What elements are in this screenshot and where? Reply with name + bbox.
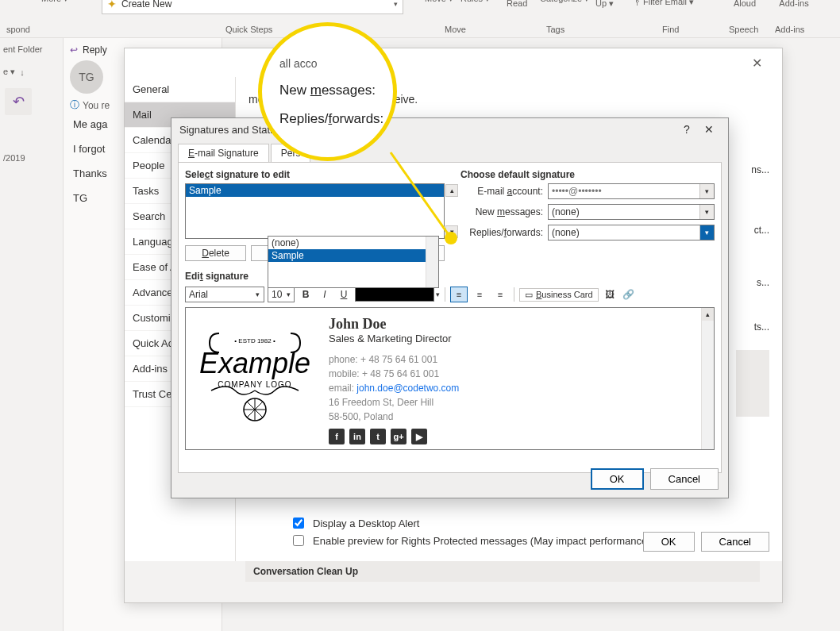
sig-cancel-button[interactable]: Cancel (650, 468, 719, 490)
addr1-line: 16 Freedom St, Deer Hill (329, 395, 459, 410)
tab-email-signature[interactable]: E-mail Signature (178, 144, 269, 162)
picture-button[interactable]: 🖼 (602, 287, 618, 302)
signature-logo: • ESTD 1982 • Example COMPANY LOGO (195, 316, 314, 435)
linkedin-icon[interactable]: in (349, 429, 365, 444)
person-name: John Doe (329, 316, 459, 333)
group-speech: Speech (729, 25, 758, 34)
replies-forwards-combo[interactable]: (none)▾ (548, 225, 715, 240)
categorize-menu[interactable]: Categorize ▾ (540, 0, 589, 4)
reply-label: Reply (83, 44, 107, 56)
down-arrow-icon[interactable]: ↓ (20, 67, 25, 77)
move-menu[interactable]: Move ▾ (425, 0, 453, 4)
size-combo[interactable]: 10▾ (268, 287, 295, 302)
options-ok-button[interactable]: OK (643, 532, 695, 552)
chevron-down-icon[interactable]: ▾ (699, 184, 714, 198)
read-aloud[interactable]: Aloud (727, 0, 762, 8)
group-move: Move (445, 25, 466, 34)
rules-menu[interactable]: Rules ▾ (460, 0, 490, 4)
sig-footer: OK Cancel (591, 468, 719, 490)
business-card-button[interactable]: ▭Business Card (519, 288, 599, 302)
new-messages-label: New messages: (460, 206, 548, 217)
chevron-down-icon[interactable]: ▾ (699, 205, 714, 219)
ew-label[interactable]: e ▾ (3, 67, 15, 77)
align-center-button[interactable]: ≡ (471, 287, 488, 302)
bold-button[interactable]: B (298, 287, 314, 302)
signature-editor[interactable]: • ESTD 1982 • Example COMPANY LOGO John … (185, 307, 715, 450)
email-line: email: john.doe@codetwo.com (329, 381, 459, 395)
help-icon[interactable]: ? (676, 123, 698, 136)
font-color-button[interactable]: ▾ (355, 287, 440, 302)
sent-folder-label[interactable]: ent Folder (0, 38, 63, 60)
group-tags: Tags (546, 25, 564, 34)
addr2-line: 58-500, Poland (329, 410, 459, 424)
sparkle-icon: ✦ (107, 0, 117, 10)
quick-steps-gallery[interactable]: ✦ Create New ▾ (102, 0, 403, 14)
align-left-button[interactable]: ≡ (450, 287, 468, 302)
undo-button[interactable]: ↶ (5, 88, 32, 115)
editor-scrollbar[interactable]: ▴ (701, 308, 714, 449)
mag-all-accounts: all acco (279, 57, 393, 70)
side-btn-2[interactable]: ct... (754, 225, 769, 236)
underline-button[interactable]: U (336, 287, 352, 302)
email-account-label: E-mail account: (460, 186, 548, 197)
svg-text:• ESTD 1982 •: • ESTD 1982 • (234, 337, 276, 344)
replies-dropdown[interactable]: (none) Sample (268, 236, 439, 288)
more-menu[interactable]: More ▾ (41, 0, 68, 4)
email-account-combo[interactable]: •••••@•••••••▾ (548, 183, 715, 199)
rights-preview-checkbox[interactable] (293, 535, 304, 546)
phone-line: phone: + 48 75 64 61 001 (329, 352, 459, 367)
desktop-alert-checkbox[interactable] (293, 517, 304, 529)
side-btn-4[interactable]: ts... (754, 321, 769, 333)
link-button[interactable]: 🔗 (621, 287, 637, 302)
chevron-down-icon[interactable]: ▾ (394, 0, 398, 8)
side-btn-1[interactable]: ns... (751, 164, 769, 175)
scroll-up-icon[interactable]: ▴ (702, 308, 714, 321)
avatar: TG (70, 60, 103, 94)
italic-button[interactable]: I (317, 287, 333, 302)
rights-preview-label: Enable preview for Rights Protected mess… (313, 535, 651, 547)
group-quick-steps: Quick Steps (225, 25, 272, 34)
close-icon[interactable]: ✕ (698, 123, 720, 136)
sig-panel: Select signature to edit Sample ▴ ▾ Dele… (178, 162, 722, 473)
get-addins[interactable]: Add-ins (770, 0, 818, 8)
google-icon[interactable]: g+ (391, 429, 407, 444)
options-footer: OK Cancel (643, 532, 769, 552)
chevron-down-icon[interactable]: ▾ (699, 225, 714, 240)
facebook-icon[interactable]: f (329, 429, 345, 444)
social-row: f in t g+ ▶ (329, 429, 459, 444)
twitter-icon[interactable]: t (370, 429, 386, 444)
sig-ok-button[interactable]: OK (591, 468, 644, 490)
dropdown-scrollbar[interactable] (426, 237, 438, 287)
magnifier-callout: all acco New messages: Replies/forwards: (258, 22, 397, 161)
close-icon[interactable]: ✕ (741, 56, 773, 71)
youtube-icon[interactable]: ▶ (411, 429, 427, 444)
dialog-titlebar: Outlook Options ✕ (125, 48, 782, 77)
new-messages-combo[interactable]: (none)▾ (548, 204, 715, 220)
dropdown-option-sample[interactable]: Sample (268, 249, 438, 262)
signature-list[interactable]: Sample ▴ ▾ (185, 183, 445, 239)
followup-menu[interactable]: Up ▾ (595, 0, 614, 9)
editor-toolbar: Arial▾ 10▾ B I U ▾ ≡ ≡ ≡ ▭Business Card … (185, 285, 715, 304)
date-label: /2019 (0, 147, 63, 169)
nav-general[interactable]: General (125, 77, 235, 102)
group-respond: spond (6, 25, 30, 34)
ribbon: More ▾ ✦ Create New ▾ Move ▾ Rules ▾ Unr… (0, 0, 840, 38)
scroll-up-icon[interactable]: ▴ (445, 184, 458, 197)
options-cancel-button[interactable]: Cancel (701, 532, 769, 552)
side-btn-3[interactable]: s... (757, 277, 769, 288)
mag-replies-forwards: Replies/forwards: (279, 111, 393, 127)
delete-button[interactable]: Delete (185, 245, 246, 261)
default-signature-label: Choose default signature (460, 169, 715, 180)
reply-icon: ↩ (70, 44, 78, 56)
align-right-button[interactable]: ≡ (491, 287, 509, 302)
edit-signature-label: Edit signature (185, 271, 715, 282)
email-link[interactable]: john.doe@codetwo.com (356, 383, 459, 394)
mag-new-messages: New messages: (279, 83, 393, 98)
sig-tabs: E-mail Signature Pers (171, 140, 728, 162)
filter-email[interactable]: ⫯Filter Email ▾ (635, 0, 694, 7)
desktop-alert-label: Display a Desktop Alert (313, 517, 419, 529)
read-label[interactable]: Read (507, 0, 527, 8)
dropdown-option-none[interactable]: (none) (268, 237, 438, 249)
font-combo[interactable]: Arial▾ (185, 287, 264, 302)
signature-list-item[interactable]: Sample (186, 184, 444, 197)
